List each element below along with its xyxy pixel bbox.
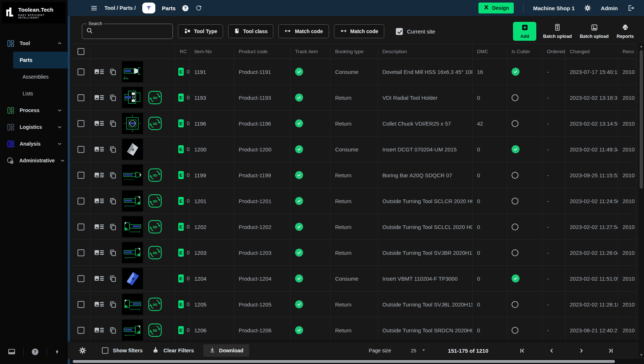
logout-icon[interactable] <box>627 4 635 12</box>
current-site-checkbox[interactable] <box>396 28 403 35</box>
row-details-icon[interactable] <box>94 327 104 334</box>
table-row[interactable]: 3D E 0 1203 Product-1203 Return Outside … <box>72 240 636 266</box>
3d-view-button[interactable]: 3D <box>148 168 162 182</box>
row-checkbox[interactable] <box>77 249 84 256</box>
row-checkbox[interactable] <box>77 301 84 308</box>
show-filters-checkbox[interactable] <box>102 347 108 354</box>
menu-icon[interactable] <box>90 4 98 12</box>
scroll-up-icon[interactable]: ▲ <box>640 44 643 49</box>
match-code-out-filter-button[interactable]: Match code <box>334 24 384 38</box>
filter-chip[interactable] <box>142 3 155 13</box>
row-checkbox[interactable] <box>77 68 84 75</box>
row-details-icon[interactable] <box>94 197 104 205</box>
tool-class-filter-button[interactable]: Tool class <box>228 24 273 38</box>
part-thumbnail[interactable] <box>122 139 143 160</box>
table-row[interactable]: 3D E 0 1202 Product-1202 Return Outside … <box>72 214 636 240</box>
column-header[interactable]: Changed <box>565 44 618 59</box>
copy-icon[interactable] <box>109 68 117 76</box>
row-details-icon[interactable] <box>94 301 104 308</box>
select-all-checkbox[interactable] <box>77 48 84 55</box>
sidebar-item-parts[interactable]: Parts <box>13 52 68 68</box>
breadcrumb[interactable]: Tool / Parts / <box>104 5 136 11</box>
row-checkbox[interactable] <box>77 94 84 101</box>
row-checkbox[interactable] <box>77 172 84 179</box>
site-selector[interactable]: Machine Shop 1 <box>533 5 575 11</box>
part-thumbnail[interactable] <box>122 61 143 82</box>
row-details-icon[interactable] <box>94 120 104 127</box>
column-header[interactable]: Description <box>378 44 473 59</box>
table-row[interactable]: 3D E 0 1196 Product-1196 Return Collet C… <box>72 111 636 136</box>
add-button[interactable]: Add <box>513 22 536 41</box>
previous-page-button[interactable] <box>547 346 557 356</box>
copy-icon[interactable] <box>109 171 117 179</box>
sidebar-item-administrative[interactable]: Administrative <box>0 152 68 169</box>
user-menu[interactable]: Admin <box>601 5 618 11</box>
sidebar-item-assemblies[interactable]: Assemblies <box>13 68 68 85</box>
app-logo[interactable]: Toolean.Tech EASY EFFICIENT INTELLIGENT <box>2 2 65 23</box>
clear-filters-button[interactable]: Clear Filters <box>152 347 194 355</box>
3d-view-button[interactable]: 3D <box>148 323 162 337</box>
copy-icon[interactable] <box>109 275 117 282</box>
horizontal-scrollbar-thumb[interactable] <box>73 360 615 363</box>
download-button[interactable]: Download <box>203 344 249 357</box>
3d-view-button[interactable]: 3D <box>148 194 162 208</box>
3d-view-button[interactable]: 3D <box>148 297 162 311</box>
table-settings-gear-icon[interactable] <box>79 347 87 355</box>
table-row[interactable]: 3D E 0 1206 Product-1206 Return Outside … <box>72 317 636 342</box>
column-header[interactable]: Item-No <box>190 44 234 59</box>
card-panel-icon[interactable] <box>8 348 16 356</box>
row-checkbox[interactable] <box>77 198 84 205</box>
3d-view-button[interactable]: 3D <box>148 220 162 234</box>
sidebar-item-analysis[interactable]: Analysis <box>0 135 68 152</box>
row-details-icon[interactable] <box>94 171 104 179</box>
part-thumbnail[interactable] <box>122 87 143 108</box>
part-thumbnail[interactable] <box>122 294 143 315</box>
sidebar-item-tool[interactable]: Tool <box>0 35 68 52</box>
3d-view-button[interactable]: 3D <box>148 91 162 104</box>
table-row[interactable]: 3D E 0 1199 Product-1199 Return Boring B… <box>72 162 636 188</box>
row-details-icon[interactable] <box>94 223 104 230</box>
search-input[interactable] <box>96 28 158 35</box>
part-thumbnail[interactable] <box>122 165 143 186</box>
vertical-scrollbar[interactable]: ▲ ▼ <box>639 44 644 357</box>
table-row[interactable]: 3D E 0 1193 Product-1193 Return VDI Radi… <box>72 85 636 111</box>
design-button[interactable]: Design <box>478 3 514 13</box>
table-row[interactable]: 3D E 0 1201 Product-1201 Return Outside … <box>72 188 636 214</box>
column-header[interactable]: RC <box>175 44 190 59</box>
row-checkbox[interactable] <box>77 146 84 153</box>
3d-view-button[interactable]: 3D <box>148 246 162 260</box>
scroll-down-icon[interactable]: ▼ <box>640 352 643 357</box>
show-filters-toggle[interactable]: Show filters <box>102 347 143 354</box>
part-thumbnail[interactable] <box>122 320 143 341</box>
column-header[interactable]: DMC <box>473 44 507 59</box>
copy-icon[interactable] <box>109 197 117 205</box>
copy-icon[interactable] <box>109 120 117 127</box>
copy-icon[interactable] <box>109 327 117 334</box>
row-checkbox[interactable] <box>77 275 84 282</box>
part-thumbnail[interactable] <box>122 268 143 289</box>
column-header[interactable]: Booking type <box>331 44 378 59</box>
help-icon[interactable]: ? <box>182 5 189 12</box>
tool-type-filter-button[interactable]: Tool Type <box>178 24 223 38</box>
row-details-icon[interactable] <box>94 275 104 282</box>
3d-view-button[interactable]: 3D <box>148 116 162 130</box>
column-header[interactable]: Ordered <box>542 44 565 59</box>
row-details-icon[interactable] <box>94 146 104 153</box>
part-thumbnail[interactable] <box>122 216 143 237</box>
current-site-toggle[interactable]: Current site <box>396 28 436 35</box>
table-row[interactable]: 3D E 0 1191 Product-1191 Consume Dovetai… <box>72 59 636 85</box>
row-details-icon[interactable] <box>94 94 104 101</box>
next-page-button[interactable] <box>576 346 586 356</box>
lightning-icon[interactable] <box>55 348 60 355</box>
sidebar-item-process[interactable]: Process <box>0 102 68 119</box>
sidebar-item-logistics[interactable]: Logistics <box>0 119 68 135</box>
batch-upload-button[interactable]: Batch upload <box>541 24 573 39</box>
help-icon[interactable]: ? <box>31 348 39 356</box>
vertical-scrollbar-thumb[interactable] <box>640 50 643 189</box>
table-row[interactable]: 3D E 0 1204 Product-1204 Consume Insert … <box>72 266 636 292</box>
table-row[interactable]: 3D E 0 1200 Product-1200 Consume Insert … <box>72 136 636 162</box>
part-thumbnail[interactable] <box>122 190 143 211</box>
copy-icon[interactable] <box>109 146 117 153</box>
column-header[interactable]: Is Cutter <box>507 44 542 59</box>
copy-icon[interactable] <box>109 249 117 257</box>
